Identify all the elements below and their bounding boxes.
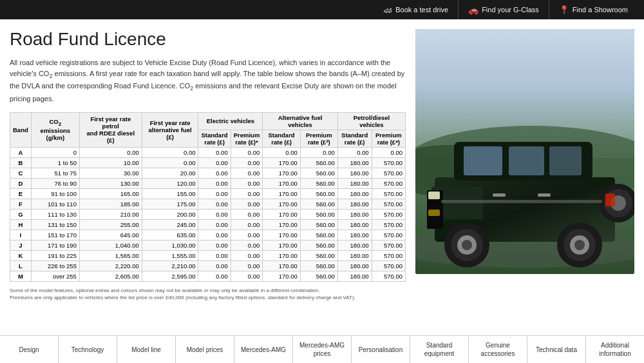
bottom-nav-item[interactable]: Standard equipment xyxy=(410,336,469,363)
bottom-nav-item[interactable]: Technology xyxy=(59,336,117,363)
bottom-nav-item[interactable]: Personalisation xyxy=(352,336,410,363)
alt-std-header: Standardrate (£) xyxy=(263,130,301,147)
pet-std-cell: 180.00 xyxy=(337,250,372,260)
alt-std-cell: 170.00 xyxy=(263,260,301,271)
alt-std-cell: 170.00 xyxy=(263,271,301,281)
nav-find-showroom[interactable]: 📍 Find a Showroom xyxy=(549,0,638,19)
ev-prem-header: Premiumrate (£)* xyxy=(231,130,263,147)
ev-std-cell: 0.00 xyxy=(198,219,231,230)
page-title: Road Fund Licence xyxy=(10,29,406,50)
co2-cell: 171 to 190 xyxy=(31,240,79,250)
svg-rect-25 xyxy=(441,200,602,203)
alt-prem-cell: 560.00 xyxy=(300,219,337,230)
alt-std-cell: 170.00 xyxy=(263,240,301,250)
ev-std-header: Standardrate (£) xyxy=(198,130,231,147)
pet-std-cell: 180.00 xyxy=(337,188,372,199)
tax-table: Band CO2 emissions(g/km) First year rate… xyxy=(10,112,406,282)
band-cell: H xyxy=(10,219,32,230)
svg-rect-12 xyxy=(509,146,544,175)
table-row: M over 255 2,605.00 2,595.00 0.00 0.00 1… xyxy=(10,271,406,281)
nav-book-test-drive[interactable]: 🏎 Book a test drive xyxy=(374,0,458,19)
svg-rect-11 xyxy=(464,146,502,175)
pet-prem-cell: 570.00 xyxy=(372,209,405,219)
pet-prem-cell: 570.00 xyxy=(372,178,405,188)
car-image xyxy=(415,29,634,274)
co2-cell: 111 to 130 xyxy=(31,209,79,219)
ev-std-cell: 0.00 xyxy=(198,209,231,219)
bottom-nav-item[interactable]: Genuine accessories xyxy=(469,336,527,363)
band-cell: D xyxy=(10,178,32,188)
pet-prem-cell: 0.00 xyxy=(372,147,405,157)
co2-cell: 191 to 225 xyxy=(31,250,79,260)
nav-book-test-drive-label: Book a test drive xyxy=(395,6,448,14)
ev-prem-cell: 0.00 xyxy=(231,260,263,271)
pet-prem-cell: 570.00 xyxy=(372,230,405,240)
co2-cell: 131 to 150 xyxy=(31,219,79,230)
alt-prem-cell: 560.00 xyxy=(300,188,337,199)
svg-point-17 xyxy=(462,240,472,250)
bottom-nav-item[interactable]: Additional information xyxy=(586,336,644,363)
petrol-cell: 130.00 xyxy=(79,178,142,188)
table-row: H 131 to 150 255.00 245.00 0.00 0.00 170… xyxy=(10,219,406,230)
bottom-nav-item[interactable]: Technical data xyxy=(527,336,586,363)
petrol-cell: 645.00 xyxy=(79,230,142,240)
footnote-1: Some of the model features, optional ext… xyxy=(10,287,406,294)
car-icon: 🚗 xyxy=(468,5,478,15)
table-row: B 1 to 50 10.00 0.00 0.00 0.00 170.00 56… xyxy=(10,157,406,168)
alt-prem-cell: 560.00 xyxy=(300,271,337,281)
altfuel-cell: 2,595.00 xyxy=(142,271,198,281)
petrol-header: First year rate petroland RDE2 diesel (£… xyxy=(79,112,142,147)
petrol-cell: 2,220.00 xyxy=(79,260,142,271)
altfuel-cell: 155.00 xyxy=(142,188,198,199)
svg-rect-13 xyxy=(549,146,582,175)
bottom-nav-item[interactable]: Design xyxy=(0,336,59,363)
table-row: D 76 to 90 130.00 120.00 0.00 0.00 170.0… xyxy=(10,178,406,188)
bottom-nav-item[interactable]: Model line xyxy=(117,336,176,363)
altfuel-cell: 20.00 xyxy=(142,168,198,178)
alt-std-cell: 170.00 xyxy=(263,209,301,219)
intro-paragraph: All road vehicle registrations are subje… xyxy=(10,57,406,104)
alt-std-cell: 170.00 xyxy=(263,178,301,188)
pet-std-cell: 180.00 xyxy=(337,219,372,230)
svg-rect-27 xyxy=(538,193,551,197)
alt-prem-cell: 560.00 xyxy=(300,240,337,250)
alt-std-cell: 170.00 xyxy=(263,157,301,168)
co2-cell: 101 to 110 xyxy=(31,199,79,209)
altfuel-cell: 0.00 xyxy=(142,147,198,157)
footnote-2: Premiums are only applicable to vehicles… xyxy=(10,294,406,301)
nav-find-gclass[interactable]: 🚗 Find your G-Class xyxy=(458,0,549,19)
ev-prem-cell: 0.00 xyxy=(231,147,263,157)
petrol-group-header: Petrol/diesel vehicles xyxy=(337,112,405,130)
ev-std-cell: 0.00 xyxy=(198,168,231,178)
ev-std-cell: 0.00 xyxy=(198,147,231,157)
top-navigation: 🏎 Book a test drive 🚗 Find your G-Class … xyxy=(0,0,644,19)
petrol-cell: 185.00 xyxy=(79,199,142,209)
bottom-nav-item[interactable]: Model prices xyxy=(176,336,234,363)
test-drive-icon: 🏎 xyxy=(384,5,392,15)
co2-cell: over 255 xyxy=(31,271,79,281)
pet-std-cell: 180.00 xyxy=(337,199,372,209)
alt-std-cell: 0.00 xyxy=(263,147,301,157)
alt-prem-cell: 560.00 xyxy=(300,178,337,188)
ev-std-cell: 0.00 xyxy=(198,199,231,209)
band-cell: K xyxy=(10,250,32,260)
ev-prem-cell: 0.00 xyxy=(231,168,263,178)
co2-cell: 91 to 100 xyxy=(31,188,79,199)
pet-prem-cell: 570.00 xyxy=(372,188,405,199)
ev-prem-cell: 0.00 xyxy=(231,271,263,281)
altfuel-cell: 0.00 xyxy=(142,157,198,168)
table-row: C 51 to 75 30.00 20.00 0.00 0.00 170.00 … xyxy=(10,168,406,178)
pet-std-header: Standardrate (£) xyxy=(337,130,372,147)
pet-prem-cell: 570.00 xyxy=(372,271,405,281)
footnotes: Some of the model features, optional ext… xyxy=(10,287,406,301)
left-panel: Road Fund Licence All road vehicle regis… xyxy=(10,29,406,332)
bottom-nav-item[interactable]: Mercedes-AMG prices xyxy=(293,336,352,363)
ev-prem-cell: 0.00 xyxy=(231,199,263,209)
ev-prem-cell: 0.00 xyxy=(231,230,263,240)
petrol-cell: 30.00 xyxy=(79,168,142,178)
altfuel-cell: 1,555.00 xyxy=(142,250,198,260)
bottom-nav-item[interactable]: Mercedes-AMG xyxy=(234,336,293,363)
band-cell: L xyxy=(10,260,32,271)
co2-cell: 1 to 50 xyxy=(31,157,79,168)
altfuel-cell: 245.00 xyxy=(142,219,198,230)
